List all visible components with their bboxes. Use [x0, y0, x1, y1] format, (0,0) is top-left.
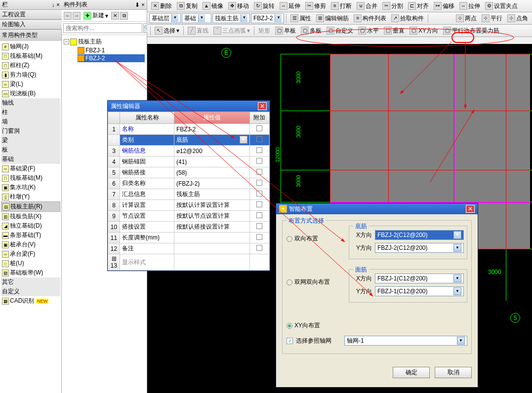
- 打断-button[interactable]: ≡打断: [329, 1, 354, 11]
- 复制-button[interactable]: ⧉复制: [175, 1, 200, 11]
- arc-tool[interactable]: ⌒三点画弧 ▾: [211, 26, 252, 36]
- tree-item[interactable]: ▯柱墩(Y): [1, 192, 60, 201]
- 偏移-button[interactable]: ↦偏移: [432, 1, 456, 11]
- prop-row[interactable]: 7汇总信息筏板主筋: [108, 189, 270, 200]
- tree-item[interactable]: ▤筏板主筋(R): [1, 201, 60, 212]
- back-icon[interactable]: ←: [64, 12, 72, 20]
- prop-row[interactable]: 9节点设置按默认节点设置计算: [108, 211, 270, 222]
- tree-item[interactable]: □筏板基础(M): [1, 173, 60, 183]
- radio-xy[interactable]: XY向布置: [286, 321, 341, 330]
- tree-item[interactable]: 其它: [1, 277, 60, 287]
- dialog-title[interactable]: 属性编辑器 ✕: [108, 101, 270, 112]
- 镜像-button[interactable]: ▲镜像: [201, 1, 225, 11]
- tree-item[interactable]: 自定义: [1, 287, 60, 296]
- tree-item[interactable]: ▦CAD识别NEW: [1, 296, 60, 306]
- tab-draw-input[interactable]: 绘图输入: [0, 20, 62, 30]
- tree-item[interactable]: ▣集水坑(K): [1, 183, 60, 192]
- tree-item[interactable]: 轴线: [1, 98, 60, 108]
- bottom-y-select[interactable]: FBZJ-2(C12@200)▼: [375, 243, 464, 253]
- tree-item[interactable]: ═梁(L): [1, 79, 60, 89]
- 设置夹点-button[interactable]: ⚙设置夹点: [483, 1, 520, 11]
- mode-自定义[interactable]: ▢自定义: [325, 26, 355, 36]
- close-icon[interactable]: ✕: [466, 205, 475, 213]
- axis-select[interactable]: 轴网-1▼: [344, 336, 467, 346]
- prop-row[interactable]: 4钢筋锚固(41): [108, 157, 270, 167]
- 构件列表-button[interactable]: ≡构件列表: [352, 13, 388, 23]
- 拾取构件-button[interactable]: ↗拾取构件: [389, 13, 426, 23]
- tree-item[interactable]: #轴网(J): [1, 42, 60, 51]
- prop-row[interactable]: 11长度调整(mm): [108, 233, 270, 243]
- top-y-select[interactable]: FBZJ-1(C12@200)▼: [375, 286, 464, 296]
- top-x-select[interactable]: FBZJ-1(C12@200)▼: [375, 274, 464, 283]
- tree-item[interactable]: ═承台梁(F): [1, 249, 60, 259]
- 拉伸-button[interactable]: ↔拉伸: [457, 1, 482, 11]
- snap-平行[interactable]: ⊹平行: [480, 13, 504, 23]
- tree-item[interactable]: ▭现浇板(B): [1, 89, 60, 98]
- delete-icon[interactable]: ✕: [111, 12, 119, 20]
- floor-select[interactable]: 基础层▼: [149, 13, 181, 23]
- line-tool[interactable]: ╱直线: [186, 26, 210, 36]
- tree-item[interactable]: 梁: [1, 136, 60, 145]
- tree-item[interactable]: ▣桩承台(V): [1, 240, 60, 249]
- tree-item[interactable]: 板: [1, 145, 60, 155]
- item-select[interactable]: FBZJ-2▼: [251, 13, 284, 23]
- 移动-button[interactable]: ✥移动: [226, 1, 251, 11]
- tree-item[interactable]: ○桩(U): [1, 259, 60, 268]
- tree-item[interactable]: 基础: [1, 155, 60, 164]
- 旋转-button[interactable]: ↻旋转: [252, 1, 277, 11]
- mode-水平[interactable]: ▢水平: [356, 26, 381, 36]
- tree-root[interactable]: − 筏板主筋: [64, 37, 145, 46]
- tree-item[interactable]: 墙: [1, 117, 60, 126]
- 删除-button[interactable]: ✕删除: [149, 1, 174, 11]
- fwd-icon[interactable]: →: [73, 12, 81, 20]
- tree-item[interactable]: ▥筏板负筋(X): [1, 212, 60, 221]
- bottom-x-select[interactable]: FBZJ-2(C12@200)▼: [375, 230, 464, 240]
- prop-row[interactable]: 2类别底筋▼: [108, 135, 270, 146]
- tree-item[interactable]: 柱: [1, 108, 60, 117]
- tree-item-fbzj2[interactable]: FBZJ-2: [78, 54, 145, 62]
- snap-点角[interactable]: ⊹点角: [505, 13, 530, 23]
- tab-project-settings[interactable]: 工程设置: [0, 10, 62, 20]
- subtype-select[interactable]: 筏板主筋▼: [212, 13, 250, 23]
- 延伸-button[interactable]: ↔延伸: [278, 1, 302, 11]
- tree-item-fbzj1[interactable]: FBZJ-1: [78, 46, 145, 54]
- 分割-button[interactable]: ✂分割: [380, 1, 405, 11]
- type-select[interactable]: 基础▼: [182, 13, 211, 23]
- ok-button[interactable]: 确定: [393, 367, 430, 378]
- tree-item[interactable]: ▬条形基础(T): [1, 231, 60, 240]
- tree-item[interactable]: ═基础梁(F): [1, 164, 60, 173]
- snap-两点[interactable]: ⊹两点: [454, 13, 479, 23]
- prop-row[interactable]: 10搭接设置按默认搭接设置计算: [108, 222, 270, 233]
- cancel-button[interactable]: 取消: [435, 367, 472, 378]
- radio-double-net[interactable]: 双网双向布置: [286, 278, 341, 286]
- search-input[interactable]: [63, 23, 142, 33]
- prop-row[interactable]: 6归类名称(FBZJ-2): [108, 178, 270, 189]
- prop-row[interactable]: 8计算设置按默认计算设置计算: [108, 200, 270, 211]
- mode-单板[interactable]: ▢单板: [273, 26, 298, 36]
- mode-多板[interactable]: ▢多板: [299, 26, 324, 36]
- tree-item[interactable]: 门窗洞: [1, 126, 60, 136]
- 合并-button[interactable]: ⊎合并: [355, 1, 379, 11]
- tree-item[interactable]: ▮剪力墙(Q): [1, 70, 60, 79]
- 编辑钢筋-button[interactable]: ⊞编辑钢筋: [314, 13, 351, 23]
- tree-item[interactable]: □框柱(Z): [1, 61, 60, 70]
- pin-icon[interactable]: ↓ ×: [52, 1, 60, 8]
- select-tool[interactable]: ↖选择 ▾: [153, 26, 181, 36]
- tree-item[interactable]: ◢独立基础(D): [1, 221, 60, 231]
- tree-item[interactable]: □筏板基础(M): [1, 51, 60, 61]
- mode-XY方向[interactable]: ▢XY方向: [408, 26, 440, 36]
- ref-axis-checkbox[interactable]: ✓: [286, 338, 293, 344]
- prop-row[interactable]: ⊞ 13显示样式: [108, 254, 270, 271]
- prop-row[interactable]: 1名称FBZJ-2: [108, 124, 270, 135]
- rect-tool[interactable]: 矩形: [256, 26, 272, 36]
- prop-row[interactable]: 5钢筋搭接(58): [108, 167, 270, 178]
- prop-row[interactable]: 3钢筋信息⌀12@200: [108, 146, 270, 157]
- dialog-title[interactable]: ✦ 智能布置 ✕: [276, 203, 478, 214]
- copy-icon[interactable]: ⧉: [120, 12, 128, 20]
- tree-item[interactable]: ▨基础板带(W): [1, 268, 60, 277]
- radio-bidir[interactable]: 双向布置: [286, 235, 341, 243]
- 对齐-button[interactable]: ⊏对齐: [406, 1, 431, 11]
- new-button[interactable]: ✚新建 ▾: [82, 11, 110, 21]
- close-icon[interactable]: ✕: [258, 102, 267, 110]
- pin-icon[interactable]: ⬇ ×: [135, 1, 145, 8]
